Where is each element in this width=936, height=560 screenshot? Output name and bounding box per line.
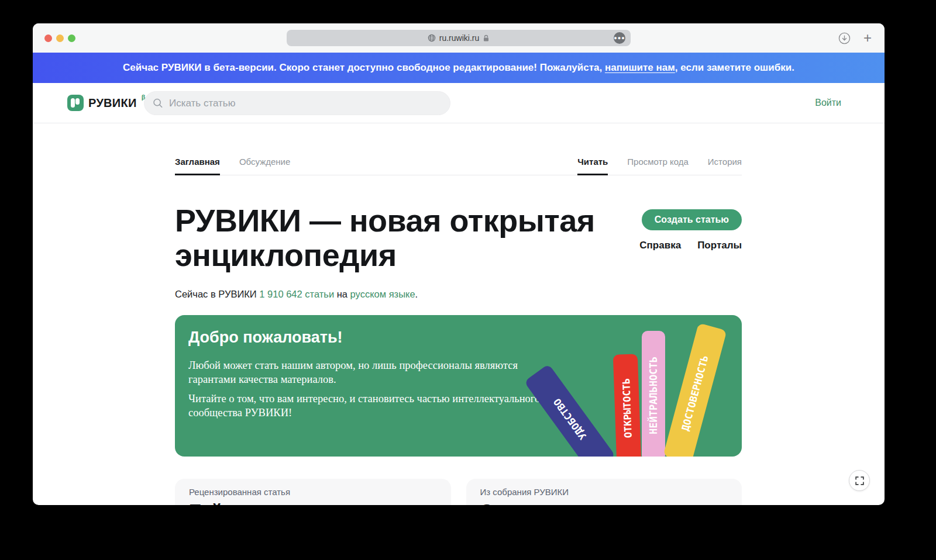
stats-mid: на — [334, 289, 350, 299]
url-text: ru.ruwiki.ru — [439, 33, 479, 43]
card-heading-partial: Пей — [189, 500, 437, 505]
close-window-button[interactable] — [44, 34, 52, 42]
hero-section: РУВИКИ — новая открытая энциклопедия Соз… — [175, 203, 742, 300]
welcome-title: Добро пожаловать! — [188, 329, 343, 347]
card-label: Из собрания РУВИКИ — [480, 487, 728, 497]
toolbar-actions: + — [838, 23, 872, 53]
logo-wordmark: РУВИКИ — [88, 95, 137, 111]
russian-language-link[interactable]: русском языке — [350, 289, 415, 299]
view-tabs: Читать Просмотр кода История — [577, 157, 742, 175]
stats-prefix: Сейчас в РУВИКИ — [175, 289, 259, 299]
card-label: Рецензированная статья — [189, 487, 437, 497]
book-spine-otkrytost: ОТКРЫТОСТЬ — [613, 354, 641, 457]
article-tabs: Заглавная Обсуждение Читать Просмотр код… — [175, 157, 742, 175]
page-settings-button[interactable]: ●●● — [614, 32, 625, 44]
window-controls — [44, 23, 75, 53]
desktop-background: ru.ruwiki.ru ●●● + Сейчас РУВИКИ в бета-… — [0, 0, 936, 560]
beta-banner: Сейчас РУВИКИ в бета-версии. Скоро стане… — [33, 53, 885, 83]
ruwiki-logo-icon — [67, 95, 84, 111]
welcome-paragraph-1: Любой может стать нашим автором, но лишь… — [188, 358, 557, 387]
url-bar[interactable]: ru.ruwiki.ru ●●● — [287, 30, 631, 46]
search-icon — [153, 98, 163, 109]
hero-actions: Создать статью Справка Порталы — [590, 209, 742, 251]
fullscreen-icon — [855, 476, 864, 485]
portals-link[interactable]: Порталы — [697, 240, 742, 251]
book-spine-dostovernost: ДОСТОВЕРНОСТЬ — [663, 323, 727, 456]
stats-end: . — [415, 289, 418, 299]
search-bar[interactable] — [144, 91, 450, 115]
hero-links: Справка Порталы — [590, 240, 742, 251]
create-article-button[interactable]: Создать статью — [642, 209, 742, 230]
namespace-tabs: Заглавная Обсуждение — [175, 157, 290, 175]
welcome-paragraph-2: Читайте о том, что вам интересно, и стан… — [188, 392, 557, 420]
tab-read[interactable]: Читать — [577, 157, 608, 175]
welcome-card: Добро пожаловать! Любой может стать наши… — [175, 315, 742, 457]
tab-main-page[interactable]: Заглавная — [175, 157, 220, 175]
tab-discussion[interactable]: Обсуждение — [239, 157, 290, 175]
banner-text-before: Сейчас РУВИКИ в бета-версии. Скоро стане… — [123, 62, 605, 74]
card-heading-partial: С — [480, 500, 728, 505]
fullscreen-button[interactable] — [849, 470, 870, 491]
reviewed-article-card[interactable]: Рецензированная статья Пей — [175, 479, 451, 505]
article-count-link[interactable]: 1 910 642 статьи — [259, 289, 334, 299]
help-link[interactable]: Справка — [639, 240, 681, 251]
book-label: ДОСТОВЕРНОСТЬ — [679, 354, 711, 432]
zoom-window-button[interactable] — [68, 34, 75, 42]
page-title: РУВИКИ — новая открытая энциклопедия — [175, 203, 608, 273]
search-input[interactable] — [169, 98, 442, 109]
downloads-icon[interactable] — [838, 32, 851, 44]
book-label: ОТКРЫТОСТЬ — [620, 378, 634, 438]
tab-history[interactable]: История — [708, 157, 742, 175]
login-link[interactable]: Войти — [815, 98, 841, 108]
book-label: УДОБСТВО — [551, 396, 589, 441]
page-content: Заглавная Обсуждение Читать Просмотр код… — [175, 157, 742, 505]
banner-text-after: , если заметите ошибки. — [675, 62, 794, 74]
book-label: НЕЙТРАЛЬНОСТЬ — [648, 357, 659, 434]
globe-icon — [428, 34, 436, 42]
write-us-link[interactable]: напишите нам — [605, 62, 675, 74]
featured-cards-row: Рецензированная статья Пей Из собрания Р… — [175, 479, 742, 505]
browser-toolbar: ru.ruwiki.ru ●●● + — [33, 23, 885, 53]
browser-window: ru.ruwiki.ru ●●● + Сейчас РУВИКИ в бета-… — [33, 23, 885, 505]
tab-view-source[interactable]: Просмотр кода — [627, 157, 689, 175]
new-tab-button[interactable]: + — [863, 31, 872, 45]
minimize-window-button[interactable] — [56, 34, 64, 42]
site-logo[interactable]: РУВИКИ β — [67, 95, 145, 111]
book-spine-neytralnost: НЕЙТРАЛЬНОСТЬ — [642, 331, 665, 457]
article-count-line: Сейчас в РУВИКИ 1 910 642 статьи на русс… — [175, 289, 742, 300]
site-header: РУВИКИ β Войти — [33, 83, 885, 123]
lock-icon — [483, 34, 490, 42]
ruwiki-collection-card[interactable]: Из собрания РУВИКИ С — [466, 479, 742, 505]
